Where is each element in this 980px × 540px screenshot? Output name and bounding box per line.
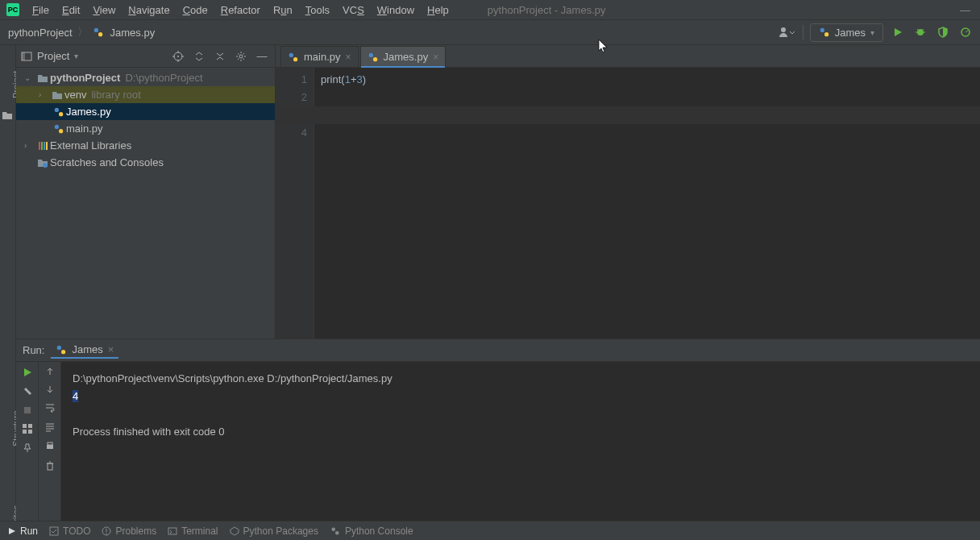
collapse-all-button[interactable] [212, 51, 228, 62]
output-command: D:\pythonProject\venv\Scripts\python.exe… [73, 372, 392, 384]
close-tab-icon[interactable]: × [433, 52, 438, 63]
svg-point-22 [55, 124, 59, 128]
hide-panel-button[interactable]: — [254, 50, 270, 62]
menu-navigate[interactable]: NavigateNavigate [122, 2, 176, 18]
breadcrumb: pythonProject 〉 James.py [0, 25, 155, 39]
run-button[interactable] [890, 27, 906, 38]
statusbar-terminal[interactable]: Terminal [168, 525, 218, 537]
menu-refactor[interactable]: RefactorRefactor [214, 2, 267, 18]
layout-button[interactable] [22, 423, 33, 434]
output-exit: Process finished with exit code 0 [73, 426, 225, 438]
statusbar-python-console[interactable]: Python Console [330, 525, 413, 537]
project-panel-title[interactable]: Project [37, 50, 69, 62]
run-configuration-selector[interactable]: James ▾ [810, 23, 883, 42]
menu-run[interactable]: RunRun [267, 2, 299, 18]
tab-label: James.py [384, 51, 429, 63]
window-title: pythonProject - James.py [488, 4, 606, 16]
chevron-down-icon: ▾ [870, 28, 874, 37]
menu-window[interactable]: WindowWindow [371, 2, 421, 18]
statusbar-todo[interactable]: TODO [49, 525, 90, 537]
svg-point-31 [368, 52, 372, 56]
svg-rect-24 [39, 142, 40, 150]
svg-rect-39 [28, 430, 32, 434]
python-file-icon [368, 52, 379, 63]
svg-point-20 [55, 107, 59, 111]
menu-file[interactable]: FFileile [26, 2, 56, 18]
python-file-icon [819, 27, 830, 38]
editor-tab-main[interactable]: main.py × [280, 46, 359, 67]
tool-button[interactable] [22, 386, 33, 397]
scroll-up-button[interactable] [45, 367, 55, 376]
python-file-icon [288, 52, 299, 63]
run-tab[interactable]: James × [51, 342, 118, 359]
scroll-to-end-button[interactable] [44, 422, 56, 433]
coverage-button[interactable] [935, 27, 951, 38]
svg-point-14 [177, 56, 179, 57]
chevron-down-icon[interactable]: ▾ [74, 52, 78, 60]
svg-point-49 [335, 531, 339, 535]
code-editor[interactable]: 1 2 3 4 print(1+3) [276, 68, 980, 339]
statusbar-python-packages[interactable]: Python Packages [230, 525, 318, 537]
tree-file-main[interactable]: main.py [16, 120, 275, 137]
code-token: ) [363, 73, 366, 85]
project-tree[interactable]: ⌄ pythonProject D:\pythonProject › venv … [16, 68, 275, 339]
chevron-down-icon[interactable]: ⌄ [24, 73, 35, 82]
breadcrumb-separator-icon: 〉 [77, 25, 88, 39]
svg-rect-25 [41, 142, 43, 150]
run-toolbar-secondary [39, 362, 61, 521]
svg-rect-47 [168, 528, 176, 534]
menu-edit[interactable]: EditEdit [56, 2, 86, 18]
run-panel-label: Run: [23, 344, 44, 356]
tree-file-james[interactable]: James.py [16, 103, 275, 120]
python-file-icon [93, 27, 104, 38]
expand-all-button[interactable] [191, 51, 207, 62]
stop-button[interactable] [23, 405, 32, 415]
tree-label: External Libraries [50, 139, 131, 152]
pin-button[interactable] [22, 442, 33, 454]
chevron-right-icon[interactable]: › [39, 90, 50, 99]
tree-venv-folder[interactable]: › venv library root [16, 86, 275, 103]
menu-view[interactable]: ViewView [86, 2, 122, 18]
menu-help[interactable]: HelpHelp [421, 2, 455, 18]
scroll-down-button[interactable] [45, 384, 55, 394]
settings-button[interactable] [233, 51, 249, 62]
editor-tab-james[interactable]: James.py × [360, 46, 446, 67]
tree-scratches[interactable]: Scratches and Consoles [16, 154, 275, 171]
tree-project-root[interactable]: ⌄ pythonProject D:\pythonProject [16, 69, 275, 86]
user-dropdown[interactable] [779, 26, 796, 39]
code-content[interactable]: print(1+3) [314, 68, 980, 339]
tree-external-libraries[interactable]: › External Libraries [16, 137, 275, 154]
soft-wrap-button[interactable] [44, 402, 56, 413]
statusbar-run[interactable]: Run [8, 525, 38, 537]
minimize-button[interactable]: — [960, 4, 970, 16]
locate-file-button[interactable] [170, 51, 186, 62]
tree-label: Scratches and Consoles [50, 156, 164, 168]
breadcrumb-file[interactable]: James.py [110, 27, 156, 39]
svg-point-19 [239, 55, 243, 58]
svg-point-46 [106, 533, 108, 534]
code-token: print [321, 73, 341, 85]
profile-button[interactable] [957, 27, 974, 38]
folder-icon [35, 73, 50, 84]
close-tab-icon[interactable]: × [108, 343, 114, 355]
menu-code[interactable]: CodeCode [176, 2, 214, 18]
run-config-name: James [835, 27, 866, 39]
svg-point-34 [61, 350, 65, 354]
breadcrumb-project[interactable]: pythonProject [8, 27, 73, 39]
run-output[interactable]: D:\pythonProject\venv\Scripts\python.exe… [61, 362, 980, 521]
rerun-button[interactable] [22, 367, 33, 378]
print-button[interactable] [44, 441, 56, 452]
svg-rect-27 [46, 142, 48, 150]
svg-point-0 [93, 28, 98, 32]
chevron-right-icon[interactable]: › [24, 141, 35, 150]
menu-tools[interactable]: ToolsTools [299, 2, 336, 18]
statusbar-problems[interactable]: Problems [102, 525, 156, 537]
close-tab-icon[interactable]: × [346, 52, 351, 63]
debug-button[interactable] [912, 27, 928, 38]
status-bar: Run TODO Problems Terminal Python Packag… [0, 521, 980, 540]
clear-button[interactable] [44, 460, 56, 471]
folder-icon[interactable] [2, 110, 13, 121]
svg-rect-40 [47, 445, 53, 449]
tree-hint: library root [91, 89, 140, 101]
menu-vcs[interactable]: VCSVCS [336, 2, 371, 18]
